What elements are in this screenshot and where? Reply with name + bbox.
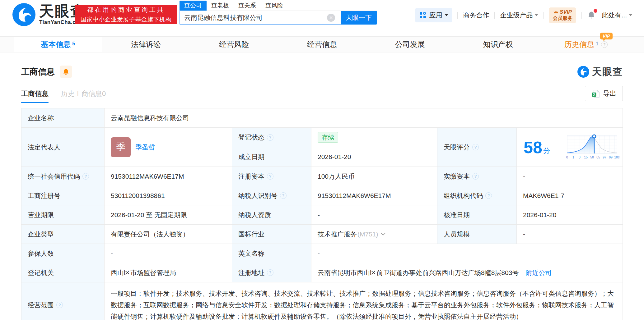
svg-text:15: 15 bbox=[584, 155, 588, 159]
search-tab-boss[interactable]: 查老板 bbox=[207, 1, 234, 11]
org-code-value: MAK6W6E1-7 bbox=[517, 186, 623, 205]
export-label: 导出 bbox=[603, 89, 616, 98]
orange-bell-icon bbox=[62, 68, 70, 76]
search-box: ✕ 天眼一下 bbox=[180, 11, 377, 25]
staff-size-label: 人员规模 bbox=[437, 225, 517, 244]
divider bbox=[543, 12, 544, 19]
tab-operating-risk[interactable]: 经营风险 bbox=[190, 37, 278, 52]
industry-expand-icon[interactable] bbox=[381, 233, 385, 235]
tianyancha-company-page: 天眼查 TianYanCha.com 都在用的商业查询工具 国家中小企业发展子基… bbox=[0, 0, 644, 320]
tab-intellectual-property[interactable]: 知识产权 bbox=[454, 37, 542, 52]
tyc-score-label: 天眼评分 ? bbox=[437, 128, 517, 167]
tyc-score-help-icon[interactable]: ? bbox=[472, 144, 479, 150]
svg-text:97: 97 bbox=[603, 155, 606, 159]
business-term-label: 营业期限 bbox=[21, 205, 105, 224]
credit-code-help-icon[interactable]: ? bbox=[82, 173, 89, 180]
subtab-business-info[interactable]: 工商信息 bbox=[21, 89, 49, 103]
promo-badge[interactable]: 都在用的商业查询工具 国家中小企业发展子基金旗下机构 bbox=[75, 5, 177, 24]
tab-basic-info[interactable]: 基本信息 5 bbox=[14, 37, 102, 52]
reg-number-label: 工商注册号 bbox=[21, 186, 105, 205]
vip-tag: VIP bbox=[600, 33, 613, 39]
establish-date-value: 2026-01-20 bbox=[311, 147, 437, 167]
svg-text:3: 3 bbox=[579, 155, 581, 159]
taxpayer-id-help-icon[interactable]: ? bbox=[280, 192, 287, 199]
table-row: 工商注册号 530112001398861 纳税人识别号 ? 91530112M… bbox=[21, 186, 623, 205]
table-row: 登记机关 西山区市场监督管理局 注册地址 ? 云南省昆明市西山区前卫街道办事处前… bbox=[21, 263, 623, 282]
watermark-logo-icon bbox=[577, 66, 589, 78]
english-name-label: 英文名称 bbox=[232, 244, 311, 263]
paid-capital-help-icon[interactable]: ? bbox=[472, 173, 479, 180]
search-tabs: 查公司 查老板 查关系 查风险 bbox=[180, 1, 377, 11]
nearby-companies-link[interactable]: 附近公司 bbox=[525, 268, 552, 277]
reg-authority-value: 西山区市场监督管理局 bbox=[105, 263, 232, 282]
reg-address-help-icon[interactable]: ? bbox=[267, 269, 273, 276]
notifications-bell[interactable] bbox=[587, 10, 596, 20]
legal-rep-link[interactable]: 季圣哲 bbox=[135, 143, 155, 152]
reg-authority-label: 登记机关 bbox=[21, 263, 105, 282]
top-nav: 应用 商务合作 企业级产品 SVIP 会员服务 bbox=[415, 7, 632, 23]
tianyancha-logo[interactable]: 天眼查 TianYanCha.com bbox=[12, 3, 86, 26]
table-row: 企业类型 有限责任公司（法人独资） 国标行业 技术推广服务 (M751) 人员规… bbox=[21, 225, 623, 244]
legal-rep-avatar[interactable]: 季 bbox=[111, 137, 131, 157]
search-input[interactable] bbox=[180, 11, 341, 25]
user-caret-icon bbox=[629, 14, 632, 16]
score-number: 58 bbox=[524, 139, 542, 156]
company-section-tabs: 基本信息 5 法律诉讼 经营风险 经营信息 公司发展 知识产权 VIP 历史信息… bbox=[0, 36, 644, 53]
history-help-icon[interactable]: ? bbox=[601, 41, 608, 48]
apps-label: 应用 bbox=[429, 11, 442, 20]
table-row: 经营范围 ? 一般项目：软件开发；技术服务、技术开发、技术咨询、技术交流、技术转… bbox=[21, 282, 623, 320]
nav-biz-cooperation[interactable]: 商务合作 bbox=[463, 11, 489, 20]
business-scope-help-icon[interactable]: ? bbox=[56, 302, 63, 308]
username: 此处有... bbox=[602, 11, 627, 20]
company-type-label: 企业类型 bbox=[21, 225, 105, 244]
org-code-help-icon[interactable]: ? bbox=[485, 192, 492, 199]
apps-grid-icon bbox=[419, 12, 426, 19]
reg-status-help-icon[interactable]: ? bbox=[267, 134, 273, 141]
tab-company-development[interactable]: 公司发展 bbox=[366, 37, 454, 52]
clear-search-icon[interactable]: ✕ bbox=[327, 14, 335, 22]
tab-history-info[interactable]: VIP 历史信息 1 ? bbox=[542, 37, 630, 52]
paid-capital-value: - bbox=[517, 167, 623, 186]
tab-history-label: 历史信息 bbox=[564, 39, 594, 49]
tab-legal-proceedings[interactable]: 法律诉讼 bbox=[102, 37, 190, 52]
table-row: 营业期限 2026-01-20 至 无固定期限 纳税人资质 - 核准日期 202… bbox=[21, 205, 623, 225]
legal-rep-value: 季 季圣哲 bbox=[105, 128, 232, 167]
insured-count-value: - bbox=[105, 244, 232, 263]
industry-value: 技术推广服务 (M751) bbox=[311, 225, 437, 244]
company-name-label: 企业名称 bbox=[21, 108, 105, 127]
svip-member-badge[interactable]: SVIP 会员服务 bbox=[549, 7, 576, 23]
business-scope-value: 一般项目：软件开发；技术服务、技术开发、技术咨询、技术交流、技术转让、技术推广；… bbox=[105, 282, 623, 320]
search-button[interactable]: 天眼一下 bbox=[341, 11, 377, 25]
nav-enterprise-products[interactable]: 企业级产品 bbox=[500, 11, 538, 20]
insured-count-label: 参保人数 bbox=[21, 244, 105, 263]
enterprise-caret-icon bbox=[535, 14, 538, 16]
export-button[interactable]: X 导出 bbox=[585, 86, 623, 101]
subtab-history-business-info[interactable]: 历史工商信息0 bbox=[61, 89, 106, 103]
taxpayer-id-value: 91530112MAK6W6E17M bbox=[311, 186, 437, 205]
monitor-bell-button[interactable] bbox=[60, 66, 72, 78]
search-tab-company[interactable]: 查公司 bbox=[180, 1, 207, 11]
tyc-score-value: 58 分 bbox=[517, 128, 623, 167]
tab-history-count: 1 bbox=[596, 41, 599, 47]
svg-text:X: X bbox=[593, 93, 595, 96]
apps-caret-icon bbox=[445, 14, 448, 16]
tab-operating-info[interactable]: 经营信息 bbox=[278, 37, 366, 52]
business-info-table: 企业名称 云南昆融信息科技有限公司 法定代表人 季 季圣哲 登记状态 ? bbox=[21, 108, 623, 320]
business-scope-label: 经营范围 ? bbox=[21, 282, 105, 320]
tianyancha-logo-icon bbox=[12, 3, 35, 26]
company-name-value: 云南昆融信息科技有限公司 bbox=[105, 108, 623, 127]
industry-label: 国标行业 bbox=[232, 225, 311, 244]
reg-capital-help-icon[interactable]: ? bbox=[267, 173, 273, 180]
english-name-value: - bbox=[311, 244, 623, 263]
divider bbox=[581, 12, 582, 19]
reg-number-value: 530112001398861 bbox=[105, 186, 232, 205]
section-title: 工商信息 bbox=[21, 66, 55, 77]
search-tab-relation[interactable]: 查关系 bbox=[234, 1, 261, 11]
search-tab-risk[interactable]: 查风险 bbox=[261, 1, 288, 11]
svip-service-label: 会员服务 bbox=[553, 15, 572, 21]
excel-icon: X bbox=[591, 89, 600, 98]
user-menu[interactable]: 此处有... bbox=[602, 11, 632, 20]
apps-menu[interactable]: 应用 bbox=[415, 8, 452, 22]
enterprise-label: 企业级产品 bbox=[500, 11, 533, 20]
company-type-value: 有限责任公司（法人独资） bbox=[105, 225, 232, 244]
